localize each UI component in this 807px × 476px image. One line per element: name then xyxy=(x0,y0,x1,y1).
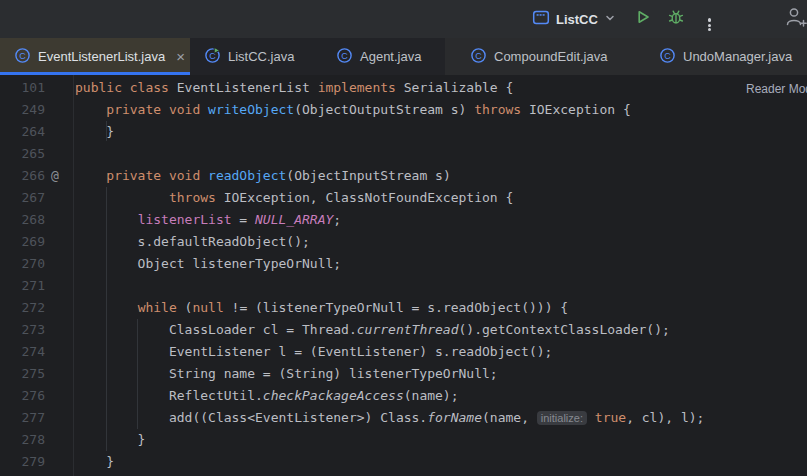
line-number[interactable]: 270 xyxy=(0,253,45,275)
code-line: 278 } xyxy=(0,429,807,451)
code-segment xyxy=(587,410,595,425)
code-line: 269 s.defaultReadObject(); xyxy=(0,231,807,253)
gutter-spacer xyxy=(45,99,73,121)
code-segment: null xyxy=(192,300,231,315)
line-number[interactable]: 101 xyxy=(0,77,45,99)
add-user-button[interactable] xyxy=(783,7,807,31)
code-text[interactable]: private void writeObject(ObjectOutputStr… xyxy=(73,99,631,121)
line-number[interactable]: 266 xyxy=(0,165,45,187)
debug-button[interactable] xyxy=(663,7,689,31)
gutter-spacer xyxy=(45,385,73,407)
code-text[interactable]: } xyxy=(73,121,114,143)
code-text[interactable]: throws IOException, ClassNotFoundExcepti… xyxy=(73,187,513,209)
code-text[interactable]: ClassLoader cl = Thread.currentThread().… xyxy=(73,319,670,341)
line-number[interactable]: 271 xyxy=(0,275,45,297)
java-class-icon: C xyxy=(336,47,353,67)
code-text[interactable]: EventListener l = (EventListener) s.read… xyxy=(73,341,552,363)
gutter-spacer xyxy=(45,143,73,165)
line-number[interactable]: 264 xyxy=(0,121,45,143)
chevron-down-icon xyxy=(604,10,616,28)
code-text[interactable]: while (null != (listenerTypeOrNull = s.r… xyxy=(73,297,568,319)
code-segment: throws xyxy=(474,102,529,117)
code-segment: IOException, ClassNotFoundException { xyxy=(224,190,514,205)
code-text[interactable]: private void readObject(ObjectInputStrea… xyxy=(73,165,451,187)
tab-agent-java[interactable]: C Agent.java xyxy=(322,38,445,75)
code-segment: ClassLoader cl = Thread. xyxy=(75,322,357,337)
parameter-hint-badge: initialize: xyxy=(537,411,587,425)
code-segment: writeObject xyxy=(208,102,294,117)
line-number[interactable]: 249 xyxy=(0,99,45,121)
line-number[interactable]: 269 xyxy=(0,231,45,253)
run-config-name: ListCC xyxy=(556,12,598,27)
code-text[interactable]: public class EventListenerList implement… xyxy=(73,77,513,99)
line-number[interactable]: 276 xyxy=(0,385,45,407)
java-class-icon: C xyxy=(14,47,31,67)
code-segment: ; xyxy=(333,212,341,227)
tab-compoundedit-java[interactable]: C CompoundEdit.java xyxy=(445,38,635,75)
code-segment: true xyxy=(595,410,626,425)
code-text[interactable]: s.defaultReadObject(); xyxy=(73,231,310,253)
code-line: 274 EventListener l = (EventListener) s.… xyxy=(0,341,807,363)
line-number[interactable]: 279 xyxy=(0,451,45,473)
code-text[interactable]: Object listenerTypeOrNull; xyxy=(73,253,341,275)
tab-undomanager-java[interactable]: C UndoManager.java xyxy=(635,38,802,75)
code-lines-container: 101public class EventListenerList implem… xyxy=(0,77,807,473)
line-number[interactable]: 272 xyxy=(0,297,45,319)
code-line: 272 while (null != (listenerTypeOrNull =… xyxy=(0,297,807,319)
line-number[interactable]: 267 xyxy=(0,187,45,209)
tab-label: EventListenerList.java xyxy=(38,49,165,64)
line-number[interactable]: 278 xyxy=(0,429,45,451)
code-segment: Serializable { xyxy=(404,80,514,95)
gutter-spacer xyxy=(45,363,73,385)
code-line: 266@ private void readObject(ObjectInput… xyxy=(0,165,807,187)
close-icon[interactable]: × xyxy=(174,49,187,64)
code-segment xyxy=(75,102,106,117)
reader-mode-toggle[interactable]: Reader Mode xyxy=(746,82,807,96)
code-text[interactable]: ReflectUtil.checkPackageAccess(name); xyxy=(73,385,459,407)
code-text[interactable]: add((Class<EventListener>) Class.forName… xyxy=(73,407,704,429)
code-segment xyxy=(75,168,106,183)
line-number[interactable]: 275 xyxy=(0,363,45,385)
run-button[interactable] xyxy=(630,7,656,31)
code-segment: currentThread xyxy=(357,322,459,337)
code-segment: readObject xyxy=(208,168,286,183)
gutter-spacer xyxy=(45,275,73,297)
code-line: 277 add((Class<EventListener>) Class.for… xyxy=(0,407,807,429)
code-segment: add((Class<EventListener>) Class. xyxy=(75,410,427,425)
code-segment: } xyxy=(75,432,145,447)
tab-listcc-java[interactable]: C ListCC.java xyxy=(190,38,322,75)
ide-window: ListCC xyxy=(0,0,807,476)
line-number[interactable]: 273 xyxy=(0,319,45,341)
run-configuration-selector[interactable]: ListCC xyxy=(528,6,620,32)
java-class-icon: C xyxy=(659,47,676,67)
annotation-gutter-icon[interactable]: @ xyxy=(45,165,73,187)
tab-eventlistenerlist-java[interactable]: C EventListenerList.java × xyxy=(0,38,190,75)
indent-guide xyxy=(106,187,107,451)
gutter-separator xyxy=(73,75,74,476)
code-segment: EventListener l = (EventListener) s.read… xyxy=(75,344,552,359)
run-play-icon xyxy=(634,8,652,30)
code-segment: , cl), l); xyxy=(626,410,704,425)
code-segment: != (listenerTypeOrNull = s.readObject())… xyxy=(232,300,569,315)
gutter-spacer xyxy=(45,187,73,209)
more-actions-button[interactable] xyxy=(696,7,722,31)
line-number[interactable]: 268 xyxy=(0,209,45,231)
code-line: 265 xyxy=(0,143,807,165)
line-number[interactable]: 277 xyxy=(0,407,45,429)
code-line: 264 } xyxy=(0,121,807,143)
gutter-spacer xyxy=(45,231,73,253)
tab-label: UndoManager.java xyxy=(683,49,792,64)
code-text[interactable]: } xyxy=(73,451,114,473)
tab-group-right: C CompoundEdit.java C UndoManager.java xyxy=(445,38,807,75)
line-number[interactable]: 265 xyxy=(0,143,45,165)
app-window-icon xyxy=(532,9,550,30)
code-line: 268 listenerList = NULL_ARRAY; xyxy=(0,209,807,231)
code-text[interactable]: } xyxy=(73,429,145,451)
code-text[interactable]: listenerList = NULL_ARRAY; xyxy=(73,209,341,231)
code-editor[interactable]: 101public class EventListenerList implem… xyxy=(0,75,807,476)
gutter-spacer xyxy=(45,451,73,473)
gutter-spacer xyxy=(45,253,73,275)
code-segment: (name, xyxy=(482,410,537,425)
gutter-spacer xyxy=(45,319,73,341)
line-number[interactable]: 274 xyxy=(0,341,45,363)
